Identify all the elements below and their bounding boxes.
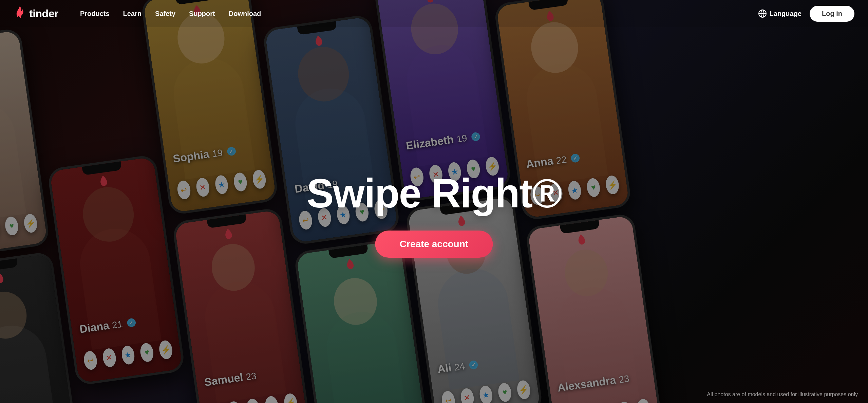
nav-safety[interactable]: Safety bbox=[150, 7, 181, 20]
nav-right: Language Log in bbox=[758, 6, 854, 22]
tinder-logo[interactable]: tinder bbox=[14, 6, 58, 21]
create-account-button[interactable]: Create account bbox=[375, 231, 493, 258]
nav-learn[interactable]: Learn bbox=[118, 7, 147, 20]
language-label: Language bbox=[770, 10, 801, 18]
hero-content: Swipe Right® Create account bbox=[306, 173, 561, 258]
globe-icon bbox=[758, 9, 767, 18]
nav-links: Products Learn Safety Support Download bbox=[75, 7, 758, 20]
hero-title: Swipe Right® bbox=[306, 173, 561, 214]
nav-products[interactable]: Products bbox=[75, 7, 115, 20]
login-button[interactable]: Log in bbox=[810, 6, 854, 22]
footer-disclaimer: All photos are of models and used for il… bbox=[707, 391, 858, 398]
nav-download[interactable]: Download bbox=[223, 7, 267, 20]
logo-text: tinder bbox=[29, 7, 58, 20]
nav-support[interactable]: Support bbox=[184, 7, 221, 20]
navbar: tinder Products Learn Safety Support Dow… bbox=[0, 0, 868, 27]
language-selector[interactable]: Language bbox=[758, 9, 801, 18]
